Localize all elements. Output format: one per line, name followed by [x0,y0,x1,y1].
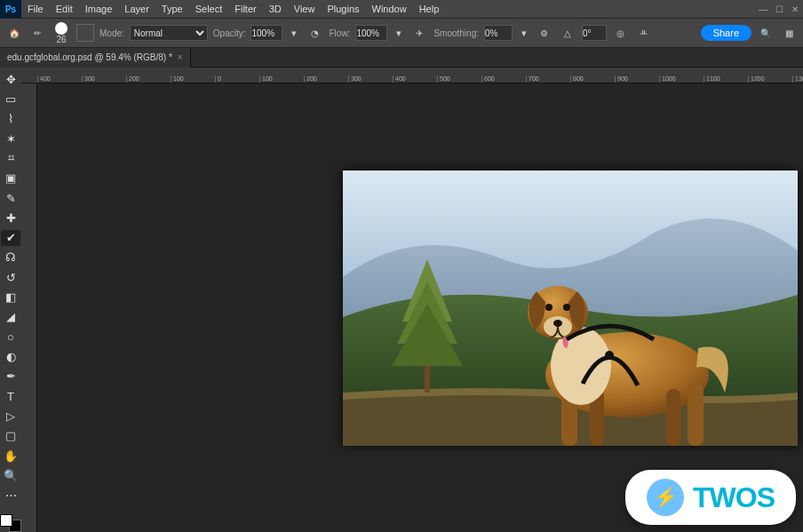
maximize-button[interactable]: ☐ [771,4,787,14]
pen-tool[interactable]: ✒ [1,369,20,385]
ruler-tick: 1100 [704,75,748,83]
document-tab-title: edu.gcfglobal.org.psd @ 59.4% (RGB/8) * [7,52,172,62]
fg-color[interactable] [0,514,12,527]
pressure-opacity-icon[interactable]: ◔ [306,24,323,42]
menu-view[interactable]: View [288,4,322,14]
canvas-viewport[interactable] [37,83,803,532]
svg-rect-5 [666,389,680,446]
document-tabbar: edu.gcfglobal.org.psd @ 59.4% (RGB/8) * … [0,48,803,67]
smoothing-label: Smoothing: [433,28,479,38]
ruler-vertical [21,83,37,532]
search-icon[interactable]: 🔍 [757,24,775,42]
eraser-tool[interactable]: ◧ [1,289,20,305]
flow-dropdown-icon[interactable]: ▾ [393,27,405,39]
ruler-tick: 1300 [792,75,803,83]
shape-tool[interactable]: ▢ [1,428,20,444]
watermark-badge: ⚡ TWOS [625,470,796,525]
home-button[interactable]: 🏠 [5,24,23,42]
hand-tool[interactable]: ✋ [1,448,20,464]
app-logo: Ps [0,0,21,18]
watermark-text: TWOS [693,481,775,514]
smoothing-gear-icon[interactable]: ⚙ [536,24,553,42]
flash-icon: ⚡ [647,479,684,516]
brush-tool[interactable]: ✔ [1,230,20,246]
menu-3d[interactable]: 3D [263,4,288,14]
dodge-tool[interactable]: ◐ [1,348,20,364]
svg-point-12 [553,320,562,327]
move-tool[interactable]: ✥ [1,71,20,87]
brush-size-preview[interactable]: 26 [52,22,71,44]
ruler-tick: 1000 [659,75,704,83]
svg-point-13 [605,351,614,360]
angle-icon[interactable]: △ [559,24,576,42]
opacity-label: Opacity: [213,28,246,38]
artboard-image [343,171,798,446]
menu-filter[interactable]: Filter [228,4,262,14]
quick-select-tool[interactable]: ✶ [1,131,20,147]
opacity-input[interactable] [250,25,282,41]
minimize-button[interactable]: — [755,4,771,14]
artboard [343,171,798,446]
menu-edit[interactable]: Edit [50,4,79,14]
menu-type[interactable]: Type [155,4,189,14]
fgbg-colors[interactable] [0,514,21,532]
ruler-tick: 100 [171,75,215,83]
flow-label: Flow: [329,28,350,38]
menu-image[interactable]: Image [79,4,119,14]
edit-toolbar[interactable]: ⋯ [1,488,20,504]
mode-label: Mode: [99,28,124,38]
close-button[interactable]: ✕ [787,4,803,14]
ruler-tick: 300 [348,75,393,83]
workspace-icon[interactable]: ▦ [780,24,798,42]
svg-rect-6 [688,384,704,446]
ruler-tick: 900 [615,75,659,83]
history-brush-tool[interactable]: ↺ [1,269,20,285]
pressure-size-icon[interactable]: ◎ [612,24,630,42]
tab-close-icon[interactable]: × [178,52,183,62]
smoothing-dropdown-icon[interactable]: ▾ [518,27,530,39]
clone-tool[interactable]: ☊ [1,250,20,266]
svg-point-10 [545,304,553,311]
menu-layer[interactable]: Layer [118,4,155,14]
ruler-tick: 500 [437,75,481,83]
blur-tool[interactable]: ○ [1,329,20,345]
share-button[interactable]: Share [701,25,751,41]
mode-select[interactable]: Normal [130,25,208,41]
menu-file[interactable]: File [21,4,50,14]
ruler-tick: 0 [215,75,259,83]
brush-swatch-button[interactable] [76,24,94,42]
path-select-tool[interactable]: ▷ [1,408,20,424]
ruler-tick: 1200 [748,75,792,83]
menu-bar: Ps File Edit Image Layer Type Select Fil… [0,0,803,18]
gradient-tool[interactable]: ◢ [1,309,20,325]
eyedropper-tool[interactable]: ✎ [1,190,20,206]
ruler-tick: 600 [481,75,526,83]
brush-preset-picker[interactable]: ✏ [28,24,46,42]
marquee-tool[interactable]: ▭ [1,91,20,107]
airbrush-icon[interactable]: ✈ [410,24,428,42]
smoothing-input[interactable] [484,25,513,41]
menu-select[interactable]: Select [189,4,229,14]
flow-input[interactable] [355,25,387,41]
menu-help[interactable]: Help [413,4,446,14]
ruler-horizontal: 4003002001000100200300400500600700800900… [21,67,803,83]
lasso-tool[interactable]: ⌇ [1,111,20,127]
options-bar: 🏠 ✏ 26 Mode: Normal Opacity: ▾ ◔ Flow: ▾… [0,18,803,48]
ruler-tick: 700 [526,75,570,83]
brush-dot-icon [55,22,68,35]
document-tab[interactable]: edu.gcfglobal.org.psd @ 59.4% (RGB/8) * … [0,48,191,67]
ruler-tick: 800 [570,75,615,83]
frame-tool[interactable]: ▣ [1,171,20,187]
svg-point-11 [563,304,570,311]
type-tool[interactable]: T [1,388,20,404]
menu-plugins[interactable]: Plugins [321,4,365,14]
ruler-tick: 300 [82,75,126,83]
healing-tool[interactable]: ✚ [1,210,20,226]
menu-window[interactable]: Window [366,4,413,14]
crop-tool[interactable]: ⌗ [1,150,20,166]
zoom-tool[interactable]: 🔍 [1,467,20,483]
symmetry-icon[interactable]: ᚇ [635,24,653,42]
angle-input[interactable] [582,25,607,41]
opacity-dropdown-icon[interactable]: ▾ [288,27,300,39]
ruler-tick: 400 [393,75,437,83]
